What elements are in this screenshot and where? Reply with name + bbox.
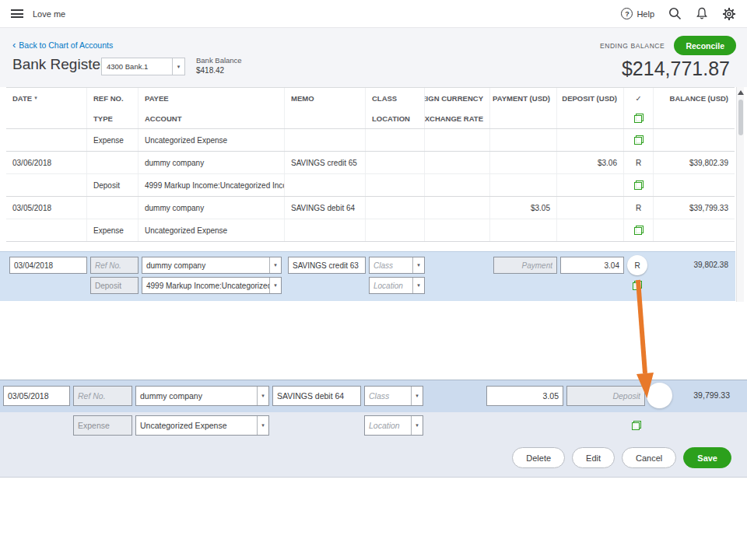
edit-detail-panel: dummy company ▾ Class ▾ 39,799.33 Expens…: [0, 380, 747, 478]
cell-account: Uncategorized Expense: [139, 219, 285, 241]
bank-balance-value: $418.42: [196, 66, 242, 75]
edit-button[interactable]: Edit: [572, 447, 615, 468]
type-field: Deposit: [90, 277, 139, 294]
copy-icon[interactable]: [632, 421, 641, 430]
table-row-detail-line[interactable]: Expense Uncategorized Expense: [6, 219, 735, 242]
payee-value: dummy company: [136, 391, 257, 401]
deposit-input[interactable]: [566, 386, 645, 406]
cell-check: R: [624, 197, 654, 219]
cell-payee: dummy company: [139, 197, 285, 219]
table-row[interactable]: 03/06/2018 dummy company SAVINGS credit …: [6, 152, 735, 174]
copy-icon[interactable]: [633, 281, 642, 290]
table-row-detail-line[interactable]: Deposit 4999 Markup Income:Uncategorized…: [6, 174, 735, 197]
sort-arrow-icon: ▾: [34, 95, 37, 101]
col-payee: PAYEE: [139, 88, 285, 108]
chevron-down-icon[interactable]: ▾: [412, 257, 424, 273]
scrollbar-thumb[interactable]: [738, 100, 743, 135]
date-input[interactable]: [3, 386, 70, 406]
scroll-up-arrow-icon[interactable]: [738, 90, 744, 95]
cell-balance: 39,802.38: [651, 261, 728, 269]
notifications-bell-icon[interactable]: [696, 7, 708, 20]
vertical-scrollbar[interactable]: [736, 87, 744, 302]
cell-type: Expense: [87, 129, 139, 151]
chevron-left-icon: ‹: [12, 41, 16, 49]
memo-input[interactable]: [272, 386, 361, 406]
date-input[interactable]: [9, 257, 87, 274]
account-combo[interactable]: 4999 Markup Income:Uncategorized Incom ▾: [142, 277, 282, 294]
company-name: Love me: [33, 9, 65, 19]
chevron-down-icon[interactable]: ▾: [411, 387, 423, 405]
payment-input[interactable]: [493, 257, 557, 274]
payee-combo[interactable]: dummy company ▾: [142, 257, 282, 274]
help-icon: ?: [621, 8, 633, 19]
col-payment: PAYMENT (USD): [490, 88, 557, 108]
class-combo[interactable]: Class ▾: [369, 257, 425, 274]
col-date-label: DATE: [12, 94, 32, 103]
copy-icon[interactable]: [634, 180, 644, 190]
cell-payment: $3.05: [490, 197, 557, 219]
account-combo[interactable]: Uncategorized Expense ▾: [135, 415, 269, 436]
chevron-down-icon[interactable]: ▾: [257, 416, 268, 435]
ending-balance-value: $214,771.87: [622, 58, 730, 80]
type-field: Expense: [73, 415, 132, 436]
account-select-value: 4300 Bank.1: [102, 58, 172, 75]
action-buttons: Delete Edit Cancel Save: [512, 447, 731, 468]
reconcile-button[interactable]: Reconcile: [674, 36, 736, 55]
copy-icon[interactable]: [634, 226, 644, 235]
ending-balance-label: ENDING BALANCE: [600, 42, 665, 50]
location-combo[interactable]: Location ▾: [369, 277, 425, 294]
back-to-chart-of-accounts-link[interactable]: ‹ Back to Chart of Accounts: [12, 40, 113, 50]
chevron-down-icon[interactable]: ▾: [257, 387, 268, 405]
save-button[interactable]: Save: [683, 447, 731, 468]
table-row-partial[interactable]: Expense Uncategorized Expense: [6, 129, 735, 152]
chevron-down-icon[interactable]: ▾: [269, 278, 281, 293]
help-button[interactable]: ? Help: [621, 8, 654, 19]
top-bar-left: Love me: [11, 9, 65, 19]
table-header: DATE ▾ REF NO. PAYEE MEMO CLASS FOREIGN …: [6, 87, 735, 129]
reconcile-status-button[interactable]: R: [627, 255, 647, 275]
back-link-label: Back to Chart of Accounts: [19, 40, 113, 50]
settings-gear-icon[interactable]: [722, 7, 736, 21]
cancel-button[interactable]: Cancel: [622, 447, 676, 468]
col-class: CLASS: [366, 88, 425, 108]
chevron-down-icon[interactable]: ▾: [411, 416, 423, 435]
help-label: Help: [637, 9, 654, 19]
table-row[interactable]: 03/05/2018 dummy company SAVINGS debit 6…: [6, 197, 735, 219]
chevron-down-icon[interactable]: ▾: [269, 257, 281, 273]
bank-balance-label: Bank Balance: [196, 56, 242, 65]
chevron-down-icon[interactable]: ▾: [412, 278, 424, 293]
inline-edit-row: dummy company ▾ Class ▾ R 39,802.38 Depo…: [0, 251, 735, 301]
hamburger-menu-icon[interactable]: [11, 9, 23, 18]
account-value: 4999 Markup Income:Uncategorized Incom: [142, 282, 269, 290]
col-date[interactable]: DATE ▾: [6, 88, 87, 108]
col-foreign-currency: FOREIGN CURRENCY: [425, 88, 490, 108]
col-memo: MEMO: [285, 88, 366, 108]
ref-no-input[interactable]: [73, 386, 132, 406]
search-icon[interactable]: [668, 7, 682, 20]
page-title: Bank Register: [12, 56, 105, 73]
ref-no-input[interactable]: [90, 257, 139, 274]
col-check: ✓: [624, 88, 654, 108]
cell-account: Uncategorized Expense: [139, 129, 285, 151]
account-select[interactable]: 4300 Bank.1 ▾: [101, 58, 185, 75]
payment-input[interactable]: [486, 386, 563, 406]
col-location: LOCATION: [366, 108, 425, 128]
copy-icon[interactable]: [634, 114, 644, 123]
memo-input[interactable]: [288, 257, 366, 274]
cell-type: Expense: [87, 219, 139, 241]
register-header: ‹ Back to Chart of Accounts Bank Registe…: [0, 28, 747, 87]
cell-check: R: [624, 152, 654, 173]
top-bar-right: ? Help: [621, 7, 736, 21]
class-combo[interactable]: Class ▾: [364, 386, 423, 406]
delete-button[interactable]: Delete: [512, 447, 565, 468]
ending-balance-block: ENDING BALANCE Reconcile $214,771.87: [600, 36, 736, 80]
deposit-input[interactable]: [560, 257, 624, 274]
cell-account: 4999 Markup Income:Uncategorized Income: [139, 174, 285, 196]
copy-icon[interactable]: [634, 135, 644, 145]
location-combo[interactable]: Location ▾: [364, 415, 423, 436]
chevron-down-icon[interactable]: ▾: [172, 58, 184, 75]
cell-balance: 39,799.33: [661, 390, 730, 400]
payee-combo[interactable]: dummy company ▾: [135, 386, 269, 406]
cell-memo: SAVINGS credit 65: [285, 152, 366, 173]
class-placeholder: Class: [370, 261, 412, 270]
